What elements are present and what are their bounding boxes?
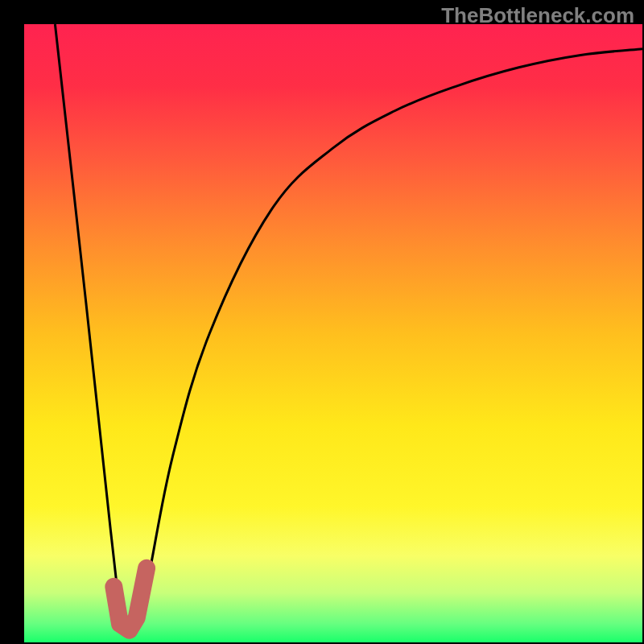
gradient-background	[24, 24, 642, 642]
chart-canvas	[24, 24, 642, 642]
chart-svg	[24, 24, 642, 642]
attribution-text: TheBottleneck.com	[441, 3, 634, 28]
